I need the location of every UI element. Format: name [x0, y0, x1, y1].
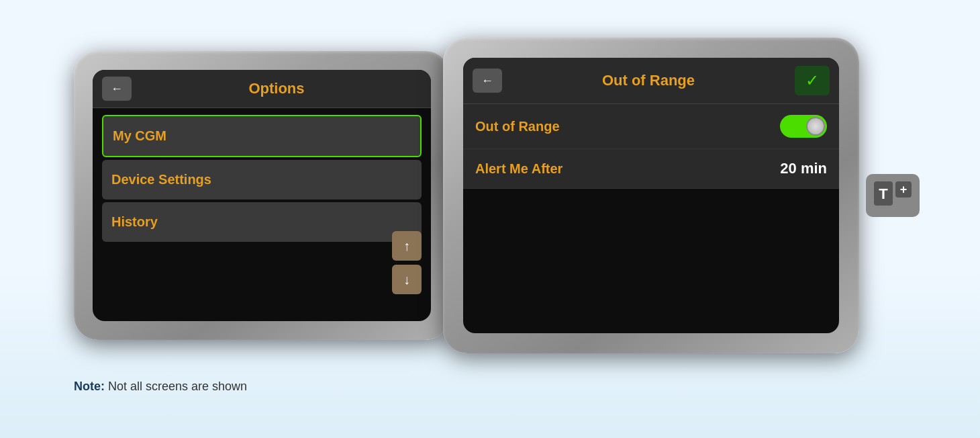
t-plus-button[interactable]: T +	[866, 174, 920, 217]
scroll-up-icon: ↑	[403, 238, 410, 254]
t-icon: T +	[871, 179, 914, 212]
scroll-controls: ↑ ↓	[392, 231, 422, 294]
check-mark-icon: ✓	[805, 71, 819, 90]
device-2: ← Out of Range ✓ Out of Range Alert Me A…	[443, 38, 859, 353]
back-arrow-icon: ←	[111, 83, 123, 95]
scroll-up-button[interactable]: ↑	[392, 231, 422, 261]
screen-1-title: Options	[132, 80, 422, 97]
screen-1-header: ← Options	[93, 70, 431, 108]
svg-text:T: T	[879, 185, 888, 202]
menu-item-device-settings[interactable]: Device Settings	[102, 160, 422, 200]
note-text: Note: Not all screens are shown	[74, 380, 247, 394]
alert-me-after-value: 20 min	[780, 160, 827, 177]
menu-item-history[interactable]: History	[102, 202, 422, 242]
scroll-down-button[interactable]: ↓	[392, 265, 422, 294]
screen-2-title: Out of Range	[509, 72, 788, 89]
back-arrow-2-icon: ←	[481, 75, 493, 87]
note-content: Not all screens are shown	[105, 380, 247, 393]
out-of-range-row: Out of Range	[463, 104, 839, 149]
scroll-down-icon: ↓	[403, 272, 410, 288]
out-of-range-toggle[interactable]	[780, 115, 827, 138]
out-of-range-label: Out of Range	[475, 119, 780, 134]
menu-item-my-cgm[interactable]: My CGM	[102, 115, 422, 157]
svg-text:+: +	[900, 183, 908, 196]
note-bold: Note:	[74, 380, 105, 393]
screen-1: ← Options My CGM Device Settings History	[93, 70, 431, 321]
alert-me-after-label: Alert Me After	[475, 161, 780, 177]
back-button-2[interactable]: ←	[473, 69, 502, 93]
back-button-1[interactable]: ←	[102, 77, 132, 101]
check-button[interactable]: ✓	[795, 66, 830, 95]
toggle-knob	[806, 117, 825, 136]
menu-list: My CGM Device Settings History	[93, 108, 431, 249]
alert-me-after-row: Alert Me After 20 min	[463, 149, 839, 189]
screen-2-header: ← Out of Range ✓	[463, 58, 839, 104]
device-1: ← Options My CGM Device Settings History	[74, 51, 450, 340]
screen-2: ← Out of Range ✓ Out of Range Alert Me A…	[463, 58, 839, 333]
